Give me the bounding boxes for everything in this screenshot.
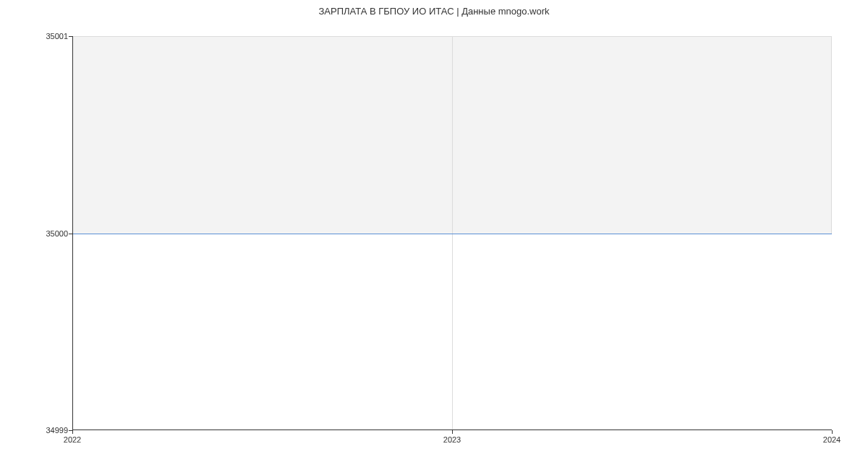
y-axis — [72, 36, 73, 430]
x-tick-label: 2022 — [64, 435, 81, 444]
x-tick — [452, 430, 453, 434]
y-tick-label: 35000 — [10, 229, 68, 238]
y-tick — [69, 234, 72, 234]
x-tick-label: 2023 — [443, 435, 461, 444]
x-tick — [72, 430, 73, 434]
series-line — [72, 234, 832, 234]
y-tick-label: 35001 — [10, 32, 68, 40]
x-tick — [832, 430, 833, 434]
plot-area — [72, 36, 832, 430]
x-tick-label: 2024 — [823, 435, 841, 444]
chart-title: ЗАРПЛАТА В ГБПОУ ИО ИТАС | Данные mnogo.… — [0, 6, 868, 17]
y-tick-label: 34999 — [10, 426, 68, 435]
y-tick — [69, 36, 72, 37]
chart-container: ЗАРПЛАТА В ГБПОУ ИО ИТАС | Данные mnogo.… — [0, 0, 868, 470]
